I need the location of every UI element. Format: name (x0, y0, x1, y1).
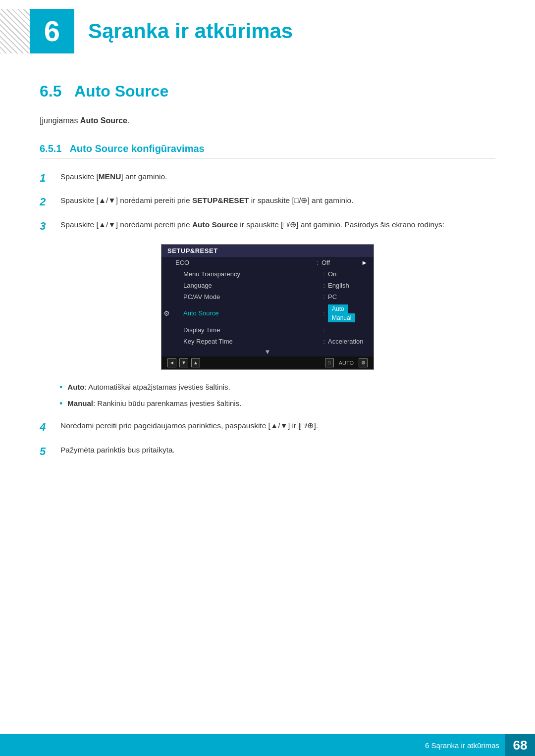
step-5-number: 5 (40, 444, 55, 459)
footer-page-number: 68 (513, 738, 528, 753)
step-1-text: Spauskite [MENU] ant gaminio. (60, 171, 495, 183)
bullet-auto: • Auto: Automatiškai atpažįstamas įvesti… (59, 382, 495, 393)
page-footer: 6 Sąranka ir atkūrimas 68 (0, 734, 535, 756)
menu-row-language: Language : English (161, 280, 374, 291)
menu-row-eco: ECO : Off ► (161, 257, 374, 268)
select-icon: □ (325, 358, 334, 367)
manual-option: Manual (328, 313, 355, 322)
bullet-list: • Auto: Automatiškai atpažįstamas įvesti… (59, 382, 495, 410)
step-3-number: 3 (40, 219, 55, 234)
menu-nav-icons: ◄ ▼ ▲ (167, 358, 200, 367)
step-4: 4 Norėdami pereiti prie pageidaujamos pa… (40, 420, 495, 435)
bullet-auto-text: Auto: Automatiškai atpažįstamas įvesties… (67, 382, 230, 393)
subsection-number: 6.5.1 (40, 143, 61, 154)
chapter-title: Sąranka ir atkūrimas (88, 19, 293, 43)
step-2: 2 Spauskite [▲/▼] norėdami pereiti prie … (40, 195, 495, 210)
footer-text: 6 Sąranka ir atkūrimas (425, 741, 505, 750)
step-1-number: 1 (40, 171, 55, 186)
bullet-manual: • Manual: Rankiniu būdu parenkamas įvest… (59, 398, 495, 409)
intro-bold: Auto Source (80, 116, 127, 125)
section-number: 6.5 (40, 82, 61, 100)
menu-right-icons: □ AUTO ⚙ (325, 358, 368, 367)
subsection-heading: 6.5.1 Auto Source konfigūravimas (40, 143, 495, 159)
bullet-manual-text: Manual: Rankiniu būdu parenkamas įvestie… (67, 398, 241, 409)
chapter-number-box: 6 (30, 9, 74, 53)
menu-row-pcav: PC/AV Mode : PC (161, 291, 374, 302)
menu-bottom-bar: ◄ ▼ ▲ □ AUTO ⚙ (161, 356, 374, 369)
gear-icon: ⚙ (163, 309, 170, 317)
left-nav-icon: ◄ (167, 358, 176, 367)
step-3: 3 Spauskite [▲/▼] norėdami pereiti prie … (40, 219, 495, 234)
chapter-number: 6 (44, 17, 60, 46)
step-5: 5 Pažymėta parinktis bus pritaikyta. (40, 444, 495, 459)
intro-paragraph: Įjungiamas Auto Source. (40, 114, 495, 127)
footer-page-number-box: 68 (505, 734, 535, 756)
step-3-text: Spauskite [▲/▼] norėdami pereiti prie Au… (60, 219, 495, 231)
intro-text-before: Įjungiamas (40, 116, 80, 125)
menu-row-transparency: Menu Transparency : On (161, 268, 374, 280)
step-4-number: 4 (40, 420, 55, 435)
steps-list: 1 Spauskite [MENU] ant gaminio. 2 Spausk… (40, 171, 495, 234)
section-heading: 6.5 Auto Source (40, 82, 495, 101)
step-4-text: Norėdami pereiti prie pageidaujamos pari… (60, 420, 495, 432)
menu-screenshot: SETUP&RESET ECO : Off ► Menu Transparenc… (161, 244, 374, 370)
auto-label: AUTO (339, 360, 354, 366)
step-5-text: Pažymėta parinktis bus pritaikyta. (60, 444, 495, 456)
down-nav-icon: ▼ (179, 358, 188, 367)
auto-option: Auto (328, 304, 348, 313)
menu-row-keyrepeat: Key Repeat Time : Acceleration (161, 336, 374, 347)
menu-title: SETUP&RESET (161, 245, 374, 257)
page-header: 6 Sąranka ir atkūrimas (0, 0, 535, 62)
menu-row-autosource: ⚙ Auto Source : Auto Manual (161, 302, 374, 324)
step-1: 1 Spauskite [MENU] ant gaminio. (40, 171, 495, 186)
intro-text-after: . (127, 116, 129, 125)
settings-icon: ⚙ (359, 358, 368, 367)
page-content: 6.5 Auto Source Įjungiamas Auto Source. … (0, 62, 535, 508)
steps-list-2: 4 Norėdami pereiti prie pageidaujamos pa… (40, 420, 495, 459)
up-nav-icon: ▲ (191, 358, 200, 367)
step-2-number: 2 (40, 195, 55, 210)
menu-row-displaytime: Display Time : (161, 324, 374, 336)
section-title: Auto Source (74, 82, 168, 100)
step-2-text: Spauskite [▲/▼] norėdami pereiti prie SE… (60, 195, 495, 207)
subsection-title: Auto Source konfigūravimas (69, 143, 204, 154)
scroll-down-arrow: ▼ (161, 347, 374, 356)
